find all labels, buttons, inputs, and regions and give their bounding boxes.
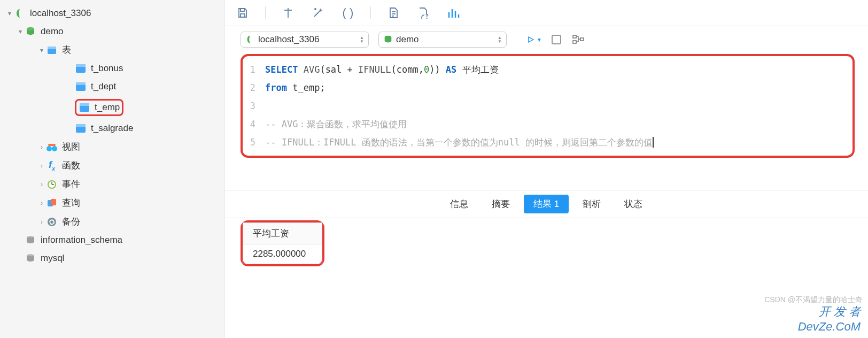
table-name: t_salgrade — [91, 123, 133, 134]
watermark-csdn: CSDN @不渴望力量的哈士奇 — [764, 295, 863, 304]
svg-rect-3 — [48, 47, 56, 49]
tree-database[interactable]: information_schema — [0, 231, 224, 249]
table-cell[interactable]: 2285.000000 — [243, 244, 322, 264]
line-number: 3 — [249, 97, 265, 115]
table-icon — [75, 63, 87, 74]
result-tab[interactable]: 摘要 — [482, 195, 520, 213]
dropdown-arrows-icon: ▲▼ — [498, 36, 502, 43]
chevron-right-icon: › — [37, 162, 46, 170]
tree-functions[interactable]: › fx 函数 — [0, 156, 224, 175]
queries-label: 查询 — [62, 197, 80, 209]
table-icon — [79, 102, 90, 113]
tree-database[interactable]: mysql — [0, 249, 224, 267]
tree-table-item[interactable]: t_bonus — [0, 59, 224, 78]
table-folder-icon — [46, 44, 58, 56]
tree-database[interactable]: ▾ demo — [0, 22, 224, 41]
tree-views[interactable]: › 视图 — [0, 137, 224, 156]
tables-label: 表 — [62, 44, 71, 56]
table-icon — [75, 81, 87, 93]
result-tabs: 信息摘要结果 1剖析状态 — [224, 190, 868, 218]
brackets-button[interactable]: ( ) — [340, 5, 355, 20]
chevron-down-icon: ▾ — [5, 10, 14, 17]
database-icon — [25, 234, 36, 246]
svg-line-29 — [314, 11, 320, 17]
svg-rect-7 — [76, 82, 86, 85]
connection-icon — [245, 35, 255, 44]
chevron-right-icon: › — [37, 143, 46, 151]
document-button[interactable] — [386, 5, 401, 20]
table-name: t_dept — [91, 81, 116, 92]
magic-button[interactable] — [311, 5, 326, 20]
stop-button[interactable] — [552, 35, 561, 44]
chart-button[interactable] — [446, 5, 461, 20]
save-button[interactable] — [235, 5, 250, 20]
database-label: mysql — [41, 253, 64, 264]
svg-rect-40 — [573, 41, 576, 43]
main-panel: ( ) localhost_3306 ▲▼ demo ▲▼ — [224, 0, 868, 338]
tree-table-item[interactable]: t_salgrade — [0, 119, 224, 137]
svg-rect-9 — [80, 103, 89, 106]
tree-events[interactable]: › 事件 — [0, 175, 224, 194]
tree-table-item[interactable]: t_dept — [0, 78, 224, 96]
toolbar-separator — [265, 6, 266, 19]
svg-point-13 — [52, 146, 57, 151]
format-button[interactable] — [281, 5, 296, 20]
result-tab[interactable]: 剖析 — [573, 195, 610, 213]
database-dropdown[interactable]: demo ▲▼ — [378, 32, 507, 48]
sql-editor[interactable]: 1SELECT AVG(sal + IFNULL(comm,0)) AS 平均工… — [249, 60, 846, 151]
connection-dropdown[interactable]: localhost_3306 ▲▼ — [241, 32, 369, 48]
tree-backup[interactable]: › 备份 — [0, 212, 224, 231]
functions-icon: fx — [46, 160, 58, 172]
chevron-right-icon: › — [37, 218, 46, 226]
chevron-down-icon: ▾ — [37, 47, 46, 54]
svg-rect-24 — [241, 9, 244, 11]
table-header[interactable]: 平均工资 — [243, 223, 322, 244]
database-icon — [25, 252, 36, 264]
run-button[interactable]: ▼ — [527, 32, 542, 47]
table-row[interactable]: 2285.000000 — [243, 244, 322, 264]
code-line[interactable]: -- AVG：聚合函数，求平均值使用 — [265, 115, 846, 133]
result-tab[interactable]: 信息 — [440, 195, 478, 213]
svg-rect-5 — [76, 64, 86, 67]
result-highlight: 平均工资 2285.000000 — [241, 220, 324, 266]
connection-icon — [14, 7, 26, 19]
chevron-right-icon: › — [37, 199, 46, 207]
dropdown-arrows-icon: ▲▼ — [360, 36, 364, 43]
backup-label: 备份 — [62, 216, 80, 228]
tree-connection[interactable]: ▾ localhost_3306 — [0, 4, 224, 22]
line-number: 2 — [249, 79, 265, 97]
svg-rect-11 — [76, 124, 86, 127]
explain-button[interactable] — [571, 32, 586, 47]
code-line[interactable]: -- IFNULL：IFNULL 函数的语法，当第一个参数的值为null 的时候… — [265, 133, 846, 151]
table-icon — [75, 122, 87, 134]
svg-point-30 — [315, 9, 316, 10]
database-icon — [25, 26, 36, 37]
svg-point-1 — [27, 27, 34, 30]
tree-tables-folder[interactable]: ▾ 表 — [0, 41, 224, 59]
code-line[interactable] — [265, 97, 846, 115]
tree-table-item[interactable]: t_emp — [0, 96, 224, 119]
export-button[interactable] — [416, 5, 431, 20]
watermark-brand1: 开 发 者 — [762, 304, 861, 320]
code-line[interactable]: from t_emp; — [265, 79, 846, 97]
connection-label: localhost_3306 — [30, 8, 91, 19]
svg-rect-41 — [580, 38, 584, 41]
line-number: 5 — [249, 133, 265, 151]
toolbar: ( ) — [224, 0, 868, 26]
tree-queries[interactable]: › 查询 — [0, 194, 224, 212]
result-tab[interactable]: 结果 1 — [524, 195, 569, 213]
events-icon — [46, 179, 58, 190]
database-label: information_schema — [41, 235, 122, 245]
chevron-down-icon: ▾ — [16, 28, 25, 35]
connection-bar: localhost_3306 ▲▼ demo ▲▼ ▼ — [224, 26, 868, 54]
svg-rect-14 — [48, 144, 56, 146]
events-label: 事件 — [62, 178, 80, 190]
svg-rect-25 — [241, 14, 245, 17]
result-table: 平均工资 2285.000000 — [243, 222, 322, 264]
line-number: 4 — [249, 115, 265, 133]
code-line[interactable]: SELECT AVG(sal + IFNULL(comm,0)) AS 平均工资 — [265, 60, 846, 79]
database-label: demo — [41, 26, 64, 37]
watermark: CSDN @不渴望力量的哈士奇 开 发 者 DevZe.CoM — [762, 295, 861, 335]
result-tab[interactable]: 状态 — [615, 195, 652, 213]
sql-editor-highlight: 1SELECT AVG(sal + IFNULL(comm,0)) AS 平均工… — [241, 54, 855, 158]
